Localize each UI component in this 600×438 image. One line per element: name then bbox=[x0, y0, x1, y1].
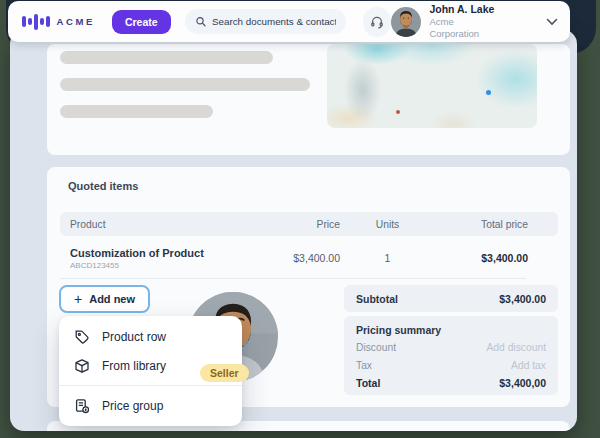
soundwave-logo-icon bbox=[22, 13, 50, 31]
chevron-down-icon[interactable] bbox=[546, 18, 558, 26]
app-canvas: Quoted items Product Price Units Total p… bbox=[10, 30, 577, 431]
menu-item-label: Price group bbox=[102, 399, 163, 413]
create-button[interactable]: Create bbox=[112, 10, 171, 34]
product-sku: ABCD123455 bbox=[70, 261, 240, 270]
image-detail-dot bbox=[486, 90, 491, 95]
user-avatar bbox=[391, 7, 421, 37]
subtotal-panel: Subtotal $3,400.00 bbox=[344, 285, 558, 312]
total-row: Total $3,400,00 bbox=[356, 377, 546, 389]
search-input[interactable] bbox=[212, 16, 336, 27]
plus-icon: + bbox=[74, 292, 82, 306]
subtotal-value: $3,400.00 bbox=[499, 293, 546, 305]
tax-label: Tax bbox=[356, 360, 372, 371]
logo-text: ACME bbox=[57, 16, 95, 27]
user-menu[interactable]: John A. Lake Acme Corporation bbox=[391, 3, 558, 40]
header-image bbox=[327, 44, 537, 128]
user-organization: Acme Corporation bbox=[429, 16, 498, 40]
search-bar[interactable] bbox=[185, 9, 346, 34]
discount-label: Discount bbox=[356, 342, 396, 353]
menu-item-label: From library bbox=[102, 359, 166, 373]
user-info: John A. Lake Acme Corporation bbox=[429, 3, 498, 40]
column-header-product: Product bbox=[70, 219, 240, 230]
section-title: Quoted items bbox=[68, 180, 138, 192]
table-row[interactable]: Customization of Product ABCD123455 $3,4… bbox=[60, 239, 558, 277]
total-label: Total bbox=[356, 377, 380, 389]
headset-icon bbox=[369, 14, 385, 30]
tag-icon bbox=[74, 329, 90, 345]
discount-row: Discount Add discount bbox=[356, 342, 546, 353]
subtotal-label: Subtotal bbox=[356, 293, 398, 305]
table-header: Product Price Units Total price bbox=[60, 212, 558, 236]
document-header-card bbox=[47, 44, 570, 155]
product-cell: Customization of Product ABCD123455 bbox=[70, 247, 240, 270]
search-icon bbox=[195, 15, 206, 28]
menu-divider bbox=[59, 385, 242, 386]
user-name: John A. Lake bbox=[429, 3, 498, 16]
tax-row: Tax Add tax bbox=[356, 360, 546, 371]
pricing-summary-title: Pricing summary bbox=[356, 324, 546, 336]
acme-logo[interactable]: ACME bbox=[22, 13, 95, 31]
pricing-summary-panel: Pricing summary Discount Add discount Ta… bbox=[344, 316, 558, 395]
menu-item-price-group[interactable]: Price group bbox=[59, 391, 242, 420]
column-header-total-price: Total price bbox=[435, 219, 528, 230]
price-cell: $3,400.00 bbox=[240, 252, 340, 264]
row-divider bbox=[60, 278, 526, 279]
user-portrait bbox=[391, 7, 421, 37]
add-tax-action[interactable]: Add tax bbox=[511, 360, 546, 371]
price-group-icon bbox=[74, 398, 90, 414]
skeleton-bar bbox=[60, 105, 213, 118]
quoted-items-card: Quoted items Product Price Units Total p… bbox=[47, 167, 570, 407]
support-button[interactable] bbox=[363, 7, 392, 37]
menu-item-product-row[interactable]: Product row bbox=[59, 322, 242, 351]
product-name: Customization of Product bbox=[70, 247, 240, 259]
add-discount-action[interactable]: Add discount bbox=[486, 342, 546, 353]
cube-icon bbox=[74, 358, 90, 374]
total-value: $3,400,00 bbox=[499, 377, 546, 389]
image-detail-dot bbox=[396, 110, 400, 114]
top-bar: ACME Create bbox=[8, 1, 570, 42]
skeleton-bar bbox=[60, 78, 310, 91]
add-new-label: Add new bbox=[89, 293, 135, 305]
total-price-cell: $3,400.00 bbox=[435, 252, 528, 264]
add-new-button[interactable]: + Add new bbox=[59, 285, 150, 313]
menu-item-label: Product row bbox=[102, 330, 166, 344]
column-header-units: Units bbox=[340, 219, 435, 230]
seller-badge: Seller bbox=[200, 364, 249, 382]
skeleton-bar bbox=[60, 51, 273, 64]
units-cell: 1 bbox=[340, 252, 435, 264]
column-header-price: Price bbox=[240, 219, 340, 230]
